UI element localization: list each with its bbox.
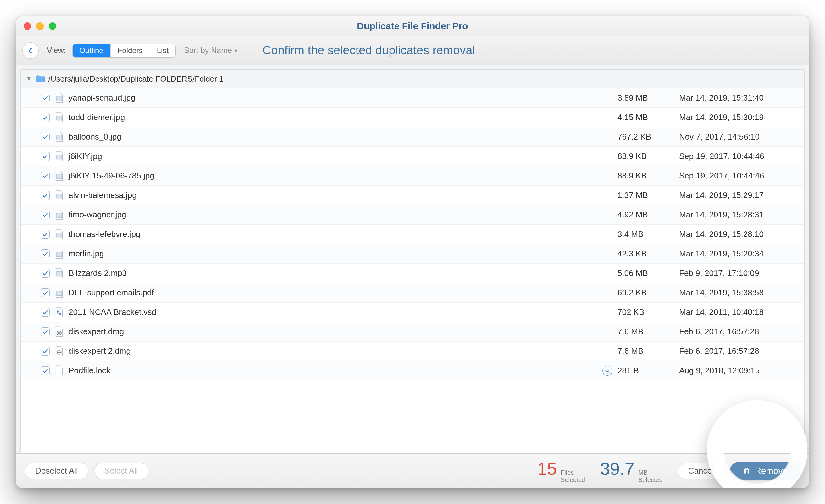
- sort-label: Sort by Name: [184, 46, 232, 55]
- row-checkbox[interactable]: [41, 191, 50, 200]
- row-checkbox[interactable]: [41, 269, 50, 278]
- check-icon: [42, 270, 49, 276]
- row-checkbox[interactable]: [41, 230, 50, 239]
- file-row[interactable]: diskexpert 2.dmg7.6 MBFeb 6, 2017, 16:57…: [21, 341, 804, 361]
- row-checkbox[interactable]: [41, 172, 50, 180]
- select-all-button[interactable]: Select All: [94, 463, 148, 479]
- file-date: Mar 14, 2019, 15:20:34: [679, 249, 799, 259]
- file-date: Mar 14, 2019, 15:38:58: [679, 288, 799, 298]
- file-type-icon: [55, 152, 64, 162]
- chevron-left-icon: [27, 47, 34, 54]
- back-button[interactable]: [22, 43, 39, 59]
- file-name: yanapi-senaud.jpg: [69, 93, 612, 103]
- svg-rect-4: [57, 136, 62, 140]
- row-checkbox[interactable]: [41, 113, 50, 122]
- file-row[interactable]: diskexpert.dmg7.6 MBFeb 6, 2017, 16:57:2…: [21, 322, 804, 341]
- file-row[interactable]: alvin-balemesa.jpg1.37 MBMar 14, 2019, 1…: [21, 185, 804, 205]
- svg-rect-18: [57, 272, 62, 276]
- check-icon: [42, 134, 49, 140]
- row-checkbox[interactable]: [41, 94, 50, 102]
- file-row[interactable]: Blizzards 2.mp35.06 MBFeb 9, 2017, 17:10…: [21, 263, 804, 283]
- file-name: j6iKIY 15-49-06-785.jpg: [69, 171, 612, 181]
- remove-button-label: Remove: [755, 466, 788, 476]
- file-type-icon: [55, 229, 64, 239]
- svg-rect-22: [57, 311, 59, 313]
- file-row[interactable]: timo-wagner.jpg4.92 MBMar 14, 2019, 15:2…: [21, 205, 804, 224]
- file-type-icon: [55, 346, 64, 356]
- app-window: Duplicate File Finder Pro View: Outline …: [16, 16, 809, 488]
- file-name: DFF-support emails.pdf: [69, 288, 612, 298]
- file-name: todd-diemer.jpg: [69, 112, 612, 122]
- file-size: 4.15 MB: [617, 112, 674, 122]
- file-size: 5.06 MB: [617, 268, 674, 278]
- folder-path: /Users/julia/Desktop/Duplicate FOLDERS/F…: [49, 75, 224, 84]
- svg-point-31: [606, 369, 608, 372]
- file-type-icon: [55, 210, 64, 220]
- file-date: Mar 14, 2011, 10:40:18: [679, 307, 799, 317]
- svg-rect-16: [57, 252, 62, 257]
- file-row[interactable]: todd-diemer.jpg4.15 MBMar 14, 2019, 15:3…: [21, 107, 804, 127]
- size-selected-stat: 39.7 MB Selected: [600, 458, 663, 484]
- folder-group-header[interactable]: ▼ /Users/julia/Desktop/Duplicate FOLDERS…: [21, 70, 804, 88]
- file-row[interactable]: Podfile.lock281 BAug 9, 2018, 12:09:15: [21, 361, 804, 380]
- files-label: Files: [560, 469, 585, 476]
- files-selected-stat: 15 Files Selected: [537, 458, 585, 484]
- file-type-icon: [55, 132, 64, 142]
- file-name: Podfile.lock: [69, 366, 597, 375]
- file-size: 69.2 KB: [617, 288, 674, 298]
- row-checkbox[interactable]: [41, 308, 50, 317]
- row-checkbox[interactable]: [41, 288, 50, 297]
- file-size: 42.3 KB: [617, 249, 674, 259]
- svg-rect-0: [57, 96, 62, 101]
- row-checkbox[interactable]: [41, 211, 50, 219]
- svg-rect-23: [59, 313, 61, 315]
- file-row[interactable]: 2011 NCAA Bracket.vsd702 KBMar 14, 2011,…: [21, 302, 804, 322]
- row-checkbox[interactable]: [41, 249, 50, 258]
- quicklook-button[interactable]: [602, 366, 612, 376]
- file-date: Feb 6, 2017, 16:57:28: [679, 327, 799, 337]
- file-date: Feb 9, 2017, 17:10:09: [679, 268, 799, 278]
- svg-rect-20: [57, 291, 62, 296]
- svg-rect-8: [57, 174, 62, 179]
- file-row[interactable]: j6iKIY.jpg88.9 KBSep 19, 2017, 10:44:46: [21, 147, 804, 166]
- view-folders-tab[interactable]: Folders: [110, 44, 150, 57]
- file-type-icon: [55, 249, 64, 259]
- disclosure-triangle-icon[interactable]: ▼: [26, 75, 32, 82]
- check-icon: [42, 95, 49, 101]
- trash-icon: [742, 467, 750, 475]
- cancel-button[interactable]: Cancel: [678, 463, 724, 479]
- toolbar: View: Outline Folders List Sort by Name …: [16, 36, 809, 65]
- file-list[interactable]: ▼ /Users/julia/Desktop/Duplicate FOLDERS…: [20, 69, 805, 453]
- file-row[interactable]: DFF-support emails.pdf69.2 KBMar 14, 201…: [21, 283, 804, 302]
- svg-rect-2: [57, 116, 62, 120]
- check-icon: [42, 212, 49, 218]
- file-name: diskexpert 2.dmg: [69, 346, 612, 356]
- page-subtitle: Confirm the selected duplicates removal: [262, 44, 475, 57]
- view-outline-tab[interactable]: Outline: [73, 44, 110, 57]
- file-row[interactable]: merlin.jpg42.3 KBMar 14, 2019, 15:20:34: [21, 244, 804, 263]
- row-checkbox[interactable]: [41, 327, 50, 336]
- row-checkbox[interactable]: [41, 347, 50, 356]
- sort-dropdown[interactable]: Sort by Name ▾: [184, 46, 237, 55]
- file-row[interactable]: yanapi-senaud.jpg3.89 MBMar 14, 2019, 15…: [21, 88, 804, 107]
- file-name: diskexpert.dmg: [69, 327, 612, 337]
- file-size: 767.2 KB: [617, 132, 674, 142]
- row-checkbox[interactable]: [41, 133, 50, 142]
- check-icon: [42, 114, 49, 121]
- file-row[interactable]: j6iKIY 15-49-06-785.jpg88.9 KBSep 19, 20…: [21, 166, 804, 185]
- file-name: merlin.jpg: [69, 249, 612, 259]
- file-type-icon: [55, 190, 64, 200]
- file-row[interactable]: thomas-lefebvre.jpg3.4 MBMar 14, 2019, 1…: [21, 224, 804, 244]
- file-name: balloons_0.jpg: [69, 132, 612, 142]
- row-checkbox[interactable]: [41, 152, 50, 161]
- magnify-icon: [605, 368, 610, 373]
- file-name: j6iKIY.jpg: [69, 152, 612, 161]
- deselect-all-button[interactable]: Deselect All: [25, 463, 88, 479]
- remove-button[interactable]: Remove: [730, 462, 800, 480]
- view-list-tab[interactable]: List: [150, 44, 175, 57]
- check-icon: [42, 368, 49, 374]
- size-unit-label: MB: [638, 469, 663, 476]
- row-checkbox[interactable]: [41, 366, 50, 375]
- file-row[interactable]: balloons_0.jpg767.2 KBNov 7, 2017, 14:56…: [21, 127, 804, 147]
- file-type-icon: [55, 307, 64, 317]
